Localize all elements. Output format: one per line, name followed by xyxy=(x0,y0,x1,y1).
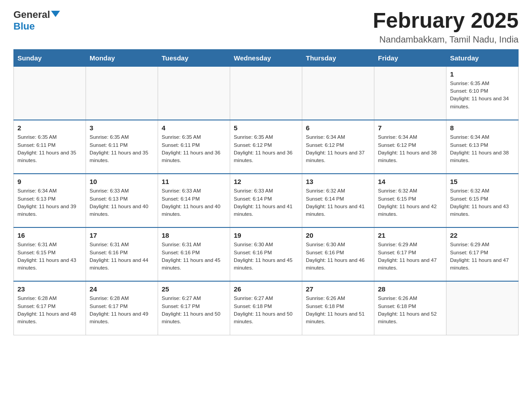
header-monday: Monday xyxy=(86,49,158,66)
table-row xyxy=(158,66,230,120)
day-info: Sunrise: 6:32 AMSunset: 6:15 PMDaylight:… xyxy=(378,187,442,218)
table-row: 22Sunrise: 6:29 AMSunset: 6:17 PMDayligh… xyxy=(446,227,519,281)
day-info: Sunrise: 6:26 AMSunset: 6:18 PMDaylight:… xyxy=(306,295,370,325)
calendar-week-row: 16Sunrise: 6:31 AMSunset: 6:15 PMDayligh… xyxy=(14,227,519,281)
day-info: Sunrise: 6:34 AMSunset: 6:13 PMDaylight:… xyxy=(17,187,82,218)
day-number: 13 xyxy=(306,178,370,185)
day-number: 1 xyxy=(450,70,515,78)
day-info: Sunrise: 6:33 AMSunset: 6:14 PMDaylight:… xyxy=(234,187,298,218)
calendar-week-row: 23Sunrise: 6:28 AMSunset: 6:17 PMDayligh… xyxy=(14,281,519,335)
table-row: 10Sunrise: 6:33 AMSunset: 6:13 PMDayligh… xyxy=(86,174,158,227)
day-info: Sunrise: 6:34 AMSunset: 6:12 PMDaylight:… xyxy=(378,133,442,164)
table-row: 24Sunrise: 6:28 AMSunset: 6:17 PMDayligh… xyxy=(86,281,158,335)
day-info: Sunrise: 6:35 AMSunset: 6:11 PMDaylight:… xyxy=(90,133,154,164)
day-number: 28 xyxy=(378,285,442,293)
table-row: 27Sunrise: 6:26 AMSunset: 6:18 PMDayligh… xyxy=(302,281,374,335)
logo: General Blue xyxy=(13,9,60,32)
table-row: 3Sunrise: 6:35 AMSunset: 6:11 PMDaylight… xyxy=(86,120,158,174)
table-row: 1Sunrise: 6:35 AMSunset: 6:10 PMDaylight… xyxy=(446,66,519,120)
calendar-week-row: 1Sunrise: 6:35 AMSunset: 6:10 PMDaylight… xyxy=(14,66,519,120)
header-saturday: Saturday xyxy=(446,49,519,66)
title-area: February 2025 Nandambakkam, Tamil Nadu, … xyxy=(373,9,519,45)
day-number: 19 xyxy=(234,231,298,239)
day-number: 7 xyxy=(378,124,442,132)
table-row: 25Sunrise: 6:27 AMSunset: 6:17 PMDayligh… xyxy=(158,281,230,335)
table-row xyxy=(374,66,446,120)
month-title: February 2025 xyxy=(373,9,519,33)
day-number: 9 xyxy=(17,178,82,185)
day-info: Sunrise: 6:33 AMSunset: 6:14 PMDaylight:… xyxy=(162,187,226,218)
table-row: 14Sunrise: 6:32 AMSunset: 6:15 PMDayligh… xyxy=(374,174,446,227)
table-row: 15Sunrise: 6:32 AMSunset: 6:15 PMDayligh… xyxy=(446,174,519,227)
day-number: 18 xyxy=(162,231,226,239)
location: Nandambakkam, Tamil Nadu, India xyxy=(373,34,519,45)
day-info: Sunrise: 6:35 AMSunset: 6:11 PMDaylight:… xyxy=(17,133,82,164)
table-row: 8Sunrise: 6:34 AMSunset: 6:13 PMDaylight… xyxy=(446,120,519,174)
day-info: Sunrise: 6:27 AMSunset: 6:18 PMDaylight:… xyxy=(234,295,298,325)
table-row: 23Sunrise: 6:28 AMSunset: 6:17 PMDayligh… xyxy=(14,281,86,335)
day-number: 4 xyxy=(162,124,226,132)
table-row xyxy=(230,66,302,120)
day-number: 2 xyxy=(17,124,82,132)
day-info: Sunrise: 6:35 AMSunset: 6:12 PMDaylight:… xyxy=(234,133,298,164)
calendar-table: Sunday Monday Tuesday Wednesday Thursday… xyxy=(13,49,519,335)
day-number: 15 xyxy=(450,178,515,185)
table-row: 5Sunrise: 6:35 AMSunset: 6:12 PMDaylight… xyxy=(230,120,302,174)
day-info: Sunrise: 6:34 AMSunset: 6:12 PMDaylight:… xyxy=(306,133,370,164)
day-info: Sunrise: 6:28 AMSunset: 6:17 PMDaylight:… xyxy=(17,295,82,325)
day-info: Sunrise: 6:26 AMSunset: 6:18 PMDaylight:… xyxy=(378,295,442,325)
day-number: 23 xyxy=(17,285,82,293)
day-number: 22 xyxy=(450,231,515,239)
table-row xyxy=(446,281,519,335)
header-friday: Friday xyxy=(374,49,446,66)
table-row xyxy=(302,66,374,120)
day-info: Sunrise: 6:33 AMSunset: 6:13 PMDaylight:… xyxy=(90,187,154,218)
table-row: 28Sunrise: 6:26 AMSunset: 6:18 PMDayligh… xyxy=(374,281,446,335)
table-row: 17Sunrise: 6:31 AMSunset: 6:16 PMDayligh… xyxy=(86,227,158,281)
day-number: 27 xyxy=(306,285,370,293)
day-number: 26 xyxy=(234,285,298,293)
day-number: 11 xyxy=(162,178,226,185)
calendar-week-row: 2Sunrise: 6:35 AMSunset: 6:11 PMDaylight… xyxy=(14,120,519,174)
day-number: 8 xyxy=(450,124,515,132)
table-row: 11Sunrise: 6:33 AMSunset: 6:14 PMDayligh… xyxy=(158,174,230,227)
day-info: Sunrise: 6:31 AMSunset: 6:16 PMDaylight:… xyxy=(90,241,154,272)
table-row: 21Sunrise: 6:29 AMSunset: 6:17 PMDayligh… xyxy=(374,227,446,281)
page-header: General Blue February 2025 Nandambakkam,… xyxy=(13,9,519,45)
table-row: 20Sunrise: 6:30 AMSunset: 6:16 PMDayligh… xyxy=(302,227,374,281)
header-sunday: Sunday xyxy=(14,49,86,66)
day-number: 17 xyxy=(90,231,154,239)
day-info: Sunrise: 6:28 AMSunset: 6:17 PMDaylight:… xyxy=(90,295,154,325)
day-number: 12 xyxy=(234,178,298,185)
day-number: 25 xyxy=(162,285,226,293)
day-info: Sunrise: 6:29 AMSunset: 6:17 PMDaylight:… xyxy=(378,241,442,272)
day-info: Sunrise: 6:30 AMSunset: 6:16 PMDaylight:… xyxy=(306,241,370,272)
logo-general-text: General xyxy=(13,9,50,21)
table-row: 13Sunrise: 6:32 AMSunset: 6:14 PMDayligh… xyxy=(302,174,374,227)
table-row: 9Sunrise: 6:34 AMSunset: 6:13 PMDaylight… xyxy=(14,174,86,227)
day-number: 21 xyxy=(378,231,442,239)
table-row: 12Sunrise: 6:33 AMSunset: 6:14 PMDayligh… xyxy=(230,174,302,227)
day-number: 3 xyxy=(90,124,154,132)
logo-triangle-icon xyxy=(51,11,60,17)
day-number: 6 xyxy=(306,124,370,132)
calendar-week-row: 9Sunrise: 6:34 AMSunset: 6:13 PMDaylight… xyxy=(14,174,519,227)
table-row: 19Sunrise: 6:30 AMSunset: 6:16 PMDayligh… xyxy=(230,227,302,281)
day-info: Sunrise: 6:30 AMSunset: 6:16 PMDaylight:… xyxy=(234,241,298,272)
calendar-header-row: Sunday Monday Tuesday Wednesday Thursday… xyxy=(14,49,519,66)
day-info: Sunrise: 6:35 AMSunset: 6:10 PMDaylight:… xyxy=(450,80,515,111)
table-row: 6Sunrise: 6:34 AMSunset: 6:12 PMDaylight… xyxy=(302,120,374,174)
table-row xyxy=(14,66,86,120)
table-row: 4Sunrise: 6:35 AMSunset: 6:11 PMDaylight… xyxy=(158,120,230,174)
logo-blue-text: Blue xyxy=(13,21,35,32)
table-row: 2Sunrise: 6:35 AMSunset: 6:11 PMDaylight… xyxy=(14,120,86,174)
day-info: Sunrise: 6:32 AMSunset: 6:15 PMDaylight:… xyxy=(450,187,515,218)
header-wednesday: Wednesday xyxy=(230,49,302,66)
table-row: 16Sunrise: 6:31 AMSunset: 6:15 PMDayligh… xyxy=(14,227,86,281)
header-tuesday: Tuesday xyxy=(158,49,230,66)
day-info: Sunrise: 6:31 AMSunset: 6:16 PMDaylight:… xyxy=(162,241,226,272)
day-number: 24 xyxy=(90,285,154,293)
day-info: Sunrise: 6:32 AMSunset: 6:14 PMDaylight:… xyxy=(306,187,370,218)
day-number: 14 xyxy=(378,178,442,185)
day-info: Sunrise: 6:31 AMSunset: 6:15 PMDaylight:… xyxy=(17,241,82,272)
